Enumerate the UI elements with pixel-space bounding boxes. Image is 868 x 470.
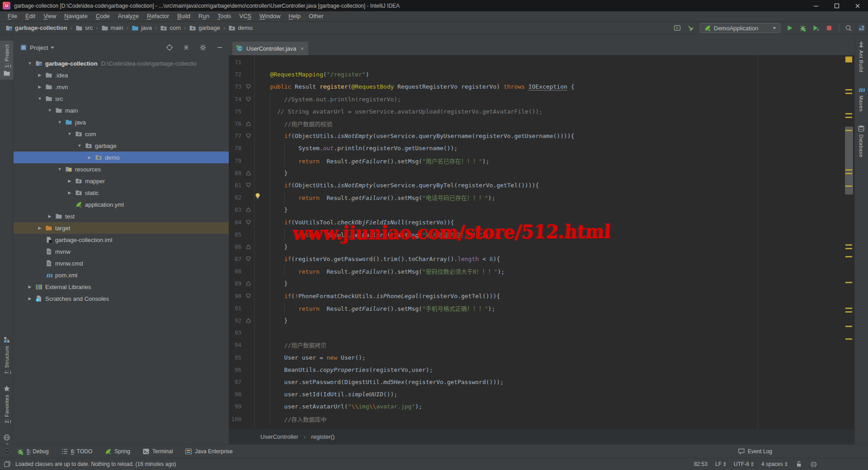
run-configuration-select[interactable]: DemoApplication [700, 23, 780, 33]
close-icon[interactable]: × [301, 45, 304, 52]
warning-stripe-mark[interactable] [845, 117, 852, 118]
warning-stripe-mark[interactable] [845, 244, 852, 246]
tool-button-5-debug[interactable]: 5: Debug [17, 448, 49, 455]
expand-arrow-icon[interactable]: ▼ [76, 140, 83, 152]
stripe-button-database[interactable]: Database [858, 125, 865, 157]
menu-build[interactable]: Build [173, 11, 194, 21]
code-line-92[interactable]: 92 } [229, 314, 844, 327]
code-line-98[interactable]: 98 user.setId(IdUtil.simpleUUID()); [229, 388, 844, 400]
tree-item-external-libraries[interactable]: ▶External Libraries [14, 281, 229, 293]
nav-crumb-java[interactable]: java [132, 24, 152, 32]
tool-button-spring[interactable]: Spring [104, 448, 130, 455]
line-separator-select[interactable]: LF [715, 461, 726, 467]
tool-button-6-todo[interactable]: 6: TODO [61, 448, 93, 455]
tree-item-java[interactable]: ▼java [14, 116, 229, 128]
menu-vcs[interactable]: VCS [235, 11, 255, 21]
close-button[interactable] [847, 0, 868, 11]
warning-stripe-mark[interactable] [845, 282, 852, 283]
tab-usercontroller[interactable]: C UserController.java × [232, 42, 308, 55]
collapse-arrow-icon[interactable]: ▶ [36, 69, 43, 81]
fold-marker-icon[interactable] [243, 281, 253, 286]
code-line-96[interactable]: 96 BeanUtils.copyProperties(registerVo,u… [229, 364, 844, 376]
warning-stripe-mark[interactable] [845, 173, 852, 174]
warning-stripe-mark[interactable] [845, 248, 852, 249]
warning-stripe-mark[interactable] [845, 89, 852, 90]
collapse-arrow-icon[interactable]: ▶ [36, 81, 43, 93]
collapse-arrow-icon[interactable]: ▶ [46, 210, 53, 222]
warning-stripe-mark[interactable] [845, 93, 852, 94]
warning-stripe-mark[interactable] [845, 130, 852, 131]
menu-analyze[interactable]: Analyze [114, 11, 143, 21]
gear-icon[interactable] [199, 44, 207, 51]
maximize-button[interactable] [826, 0, 847, 11]
warning-stripe-mark[interactable] [845, 338, 852, 340]
expand-arrow-icon[interactable]: ▼ [66, 128, 73, 140]
warning-stripe-mark[interactable] [845, 256, 852, 257]
menu-refactor[interactable]: Refactor [143, 11, 173, 21]
run-with-coverage-button[interactable] [812, 24, 820, 32]
fold-marker-icon[interactable] [243, 220, 253, 225]
stripe-button-2-favorites[interactable]: 2: Favorites [3, 385, 10, 423]
tree-item-static[interactable]: ▶static [14, 187, 229, 199]
tree-item-resources[interactable]: ▼resources [14, 163, 229, 175]
expand-arrow-icon[interactable]: ▼ [26, 57, 33, 69]
nav-crumb-com[interactable]: com [160, 24, 181, 32]
code-line-94[interactable]: 94 //用户数据拷贝 [229, 339, 844, 351]
stripe-button-maven[interactable]: mMaven [858, 86, 865, 112]
nav-crumb-demo[interactable]: demo [228, 24, 253, 32]
menu-run[interactable]: Run [194, 11, 213, 21]
debug-button[interactable] [799, 24, 807, 32]
menu-code[interactable]: Code [92, 11, 114, 21]
menu-view[interactable]: View [39, 11, 60, 21]
chevron-down-icon[interactable] [51, 47, 54, 49]
code-line-97[interactable]: 97 user.setPassword(DigestUtil.md5Hex(re… [229, 376, 844, 388]
locate-file-icon[interactable] [166, 44, 173, 51]
scrollbar-thumb[interactable] [845, 127, 853, 195]
menu-file[interactable]: File [4, 11, 21, 21]
warning-stripe-mark[interactable] [845, 308, 852, 309]
nav-crumb-garbage-collection[interactable]: garbage-collection [5, 24, 67, 32]
code-line-73[interactable]: 73 public Result register(@RequestBody R… [229, 81, 844, 93]
tree-item-.idea[interactable]: ▶.idea [14, 69, 229, 81]
nav-crumb-src[interactable]: src [75, 24, 93, 32]
code-line-76[interactable]: 76 //用户数据的校验 [229, 118, 844, 130]
project-structure-icon[interactable] [858, 24, 865, 32]
expand-arrow-icon[interactable]: ▼ [46, 104, 53, 116]
expand-arrow-icon[interactable]: ▼ [36, 93, 43, 104]
collapse-arrow-icon[interactable]: ▶ [36, 222, 43, 234]
tree-item-target[interactable]: ▶target [14, 222, 229, 234]
tree-item-src[interactable]: ▼src [14, 93, 229, 104]
fold-marker-icon[interactable] [243, 244, 253, 249]
encoding-select[interactable]: UTF-8 [734, 461, 754, 467]
warning-stripe-mark[interactable] [845, 185, 852, 187]
code-line-79[interactable]: 79 return Result.getFailure().setMsg("用户… [229, 155, 844, 167]
stop-button[interactable] [826, 24, 833, 32]
tree-item-pom.xml[interactable]: mpom.xml [14, 269, 229, 281]
tree-item-application.yml[interactable]: application.yml [14, 199, 229, 210]
fold-marker-icon[interactable] [243, 84, 253, 89]
collapse-arrow-icon[interactable]: ▶ [86, 152, 93, 163]
code-line-81[interactable]: 81 if(ObjectUtils.isNotEmpty(userService… [229, 179, 844, 191]
code-line-87[interactable]: 87 if(registerVo.getPassword().trim().to… [229, 253, 844, 265]
stripe-button-ant-build[interactable]: Ant Build [858, 41, 865, 72]
tree-item-com[interactable]: ▼com [14, 128, 229, 140]
menu-other[interactable]: Other [305, 11, 328, 21]
code-line-80[interactable]: 80 } [229, 167, 844, 179]
code-line-91[interactable]: 91 return Result.getFailure().setMsg("手机… [229, 302, 844, 314]
stripe-button-1-project[interactable]: 1: Project [3, 44, 10, 77]
code-line-95[interactable]: 95 User user = new User(); [229, 351, 844, 364]
fold-marker-icon[interactable] [243, 183, 253, 188]
expand-arrow-icon[interactable]: ▼ [56, 116, 63, 128]
nav-crumb-main[interactable]: main [101, 24, 123, 32]
tree-item-mapper[interactable]: ▶mapper [14, 175, 229, 187]
menu-window[interactable]: Window [255, 11, 284, 21]
code-line-77[interactable]: 77 if(ObjectUtils.isNotEmpty(userService… [229, 130, 844, 142]
fold-marker-icon[interactable] [243, 318, 253, 323]
stripe-button-7-structure[interactable]: 7: Structure [3, 336, 10, 374]
tool-button-terminal[interactable]: Terminal [142, 448, 173, 455]
fold-marker-icon[interactable] [243, 121, 253, 126]
tree-item-test[interactable]: ▶test [14, 210, 229, 222]
run-button[interactable] [786, 24, 793, 32]
editor-scrollbar[interactable] [844, 55, 854, 429]
code-line-88[interactable]: 88 return Result.getFailure().setMsg("密码… [229, 265, 844, 277]
